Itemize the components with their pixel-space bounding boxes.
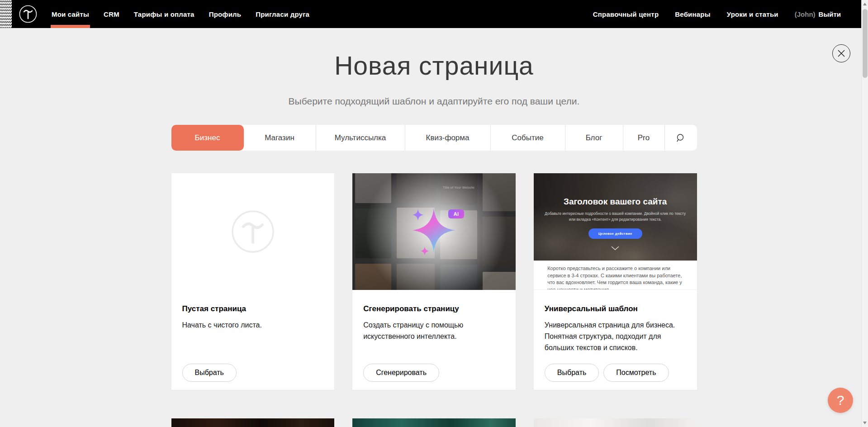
small-sparkle-icon xyxy=(420,247,429,256)
tilda-logo[interactable] xyxy=(19,0,37,28)
nav-item-help-center[interactable]: Справочный центр xyxy=(593,0,659,28)
template-hero-subtitle: Добавьте интересные подробности о вашей … xyxy=(545,211,686,223)
scrollbar-down-arrow-icon[interactable] xyxy=(863,422,867,424)
main-menu: Мои сайты CRM Тарифы и оплата Профиль Пр… xyxy=(52,0,309,28)
zigzag-pattern-decoration xyxy=(0,0,12,28)
tilda-watermark-icon xyxy=(231,210,275,253)
card-description: Создать страницу с помощью искусственног… xyxy=(363,320,505,342)
nav-item-profile[interactable]: Профиль xyxy=(209,0,242,28)
select-template-button[interactable]: Выбрать xyxy=(545,364,599,382)
vertical-scrollbar xyxy=(861,0,868,427)
scrollbar-up-arrow-icon[interactable] xyxy=(863,3,867,5)
generate-button[interactable]: Сгенерировать xyxy=(363,364,439,382)
template-hero-section: Заголовок вашего сайта Добавьте интересн… xyxy=(534,173,697,261)
template-category-tabs: Бизнес Магазин Мультиссылка Квиз-форма С… xyxy=(171,125,697,151)
user-box: (John) Выйти xyxy=(795,0,841,28)
card-ai-generate: Title of Your Website xyxy=(352,173,516,390)
tab-blog[interactable]: Блог xyxy=(565,125,623,151)
help-question-icon: ? xyxy=(837,393,844,408)
next-template-card xyxy=(534,418,697,427)
top-nav-bar: Мои сайты CRM Тарифы и оплата Профиль Пр… xyxy=(0,0,868,28)
nav-item-crm[interactable]: CRM xyxy=(104,0,119,28)
tab-store[interactable]: Магазин xyxy=(244,125,316,151)
secondary-menu: Справочный центр Вебинары Уроки и статьи… xyxy=(593,0,841,28)
tab-multilink[interactable]: Мультиссылка xyxy=(316,125,405,151)
template-cards-row: Пустая страница Начать с чистого листа. … xyxy=(171,173,697,390)
nav-item-invite-friend[interactable]: Пригласи друга xyxy=(256,0,309,28)
universal-template-preview: Заголовок вашего сайта Добавьте интересн… xyxy=(534,173,697,290)
template-about-text: Коротко представьтесь и расскажите о ком… xyxy=(547,265,683,290)
tab-event[interactable]: Событие xyxy=(490,125,565,151)
small-sparkle-icon xyxy=(412,209,424,221)
tab-search[interactable] xyxy=(664,125,697,151)
card-title: Универсальный шаблон xyxy=(545,304,686,313)
card-blank-page: Пустая страница Начать с чистого листа. … xyxy=(171,173,335,390)
help-button[interactable]: ? xyxy=(828,388,853,413)
close-button[interactable] xyxy=(832,44,850,62)
nav-item-webinars[interactable]: Вебинары xyxy=(675,0,710,28)
logout-link[interactable]: Выйти xyxy=(819,10,841,18)
card-title: Пустая страница xyxy=(182,304,324,313)
card-description: Универсальная страница для бизнеса. Поня… xyxy=(545,320,686,353)
tab-business[interactable]: Бизнес xyxy=(171,125,244,151)
card-universal-template: Заголовок вашего сайта Добавьте интересн… xyxy=(534,173,697,390)
card-description: Начать с чистого листа. xyxy=(182,320,324,331)
scrollbar-thumb[interactable] xyxy=(863,9,868,78)
page-subtitle: Выберите подходящий шаблон и адаптируйте… xyxy=(0,96,868,107)
preview-template-button[interactable]: Посмотреть xyxy=(603,364,669,382)
card-title: Сгенерировать страницу xyxy=(363,304,505,313)
nav-item-lessons[interactable]: Уроки и статьи xyxy=(727,0,778,28)
next-templates-row xyxy=(171,418,697,427)
template-about-section: Коротко представьтесь и расскажите о ком… xyxy=(534,261,697,290)
next-template-card xyxy=(171,418,335,427)
ai-collage-preview: Title of Your Website xyxy=(352,173,516,290)
ai-badge: AI xyxy=(448,209,464,218)
tab-quiz-form[interactable]: Квиз-форма xyxy=(405,125,490,151)
new-page-dialog: Новая страница Выберите подходящий шабло… xyxy=(0,51,868,427)
page-title: Новая страница xyxy=(0,51,868,81)
tab-pro[interactable]: Pro xyxy=(623,125,664,151)
next-template-card xyxy=(352,418,516,427)
close-icon xyxy=(837,49,846,58)
blank-page-preview xyxy=(171,173,335,290)
chevron-down-icon xyxy=(534,246,697,250)
search-icon xyxy=(676,133,686,143)
template-cta-button: Целевое действие xyxy=(588,228,642,239)
nav-item-my-sites[interactable]: Мои сайты xyxy=(52,0,89,28)
nav-item-pricing[interactable]: Тарифы и оплата xyxy=(134,0,194,28)
template-hero-title: Заголовок вашего сайта xyxy=(534,197,697,207)
user-name: (John) xyxy=(795,10,816,18)
select-blank-button[interactable]: Выбрать xyxy=(182,364,237,382)
